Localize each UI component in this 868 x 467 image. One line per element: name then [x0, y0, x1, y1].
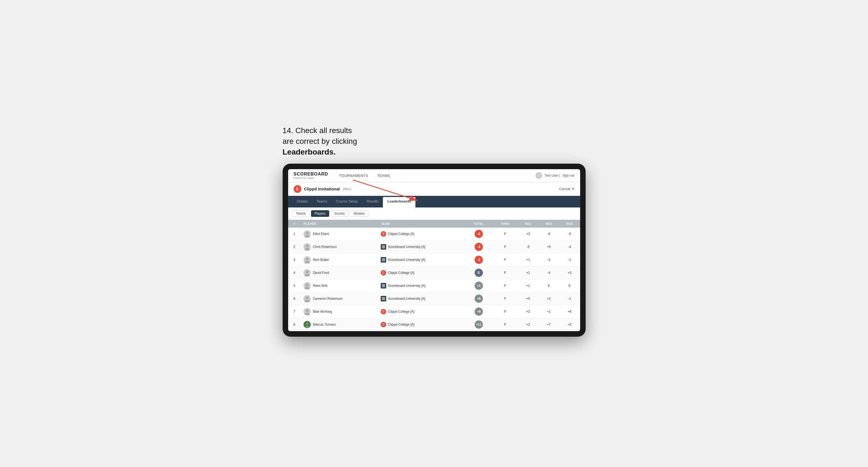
table-row: 5 Rees BrittScoreboard University [A]+1F…: [288, 279, 580, 292]
score-badge: E: [475, 269, 483, 277]
cell-rd2: +1: [538, 305, 559, 318]
score-badge: -4: [475, 243, 483, 251]
instruction-line2: are correct by clicking: [283, 137, 357, 146]
tournament-info: C Clippd Invitational (Men): [293, 185, 351, 193]
cancel-label: Cancel: [559, 187, 570, 191]
score-badge: -8: [475, 230, 483, 238]
score-badge: +1: [475, 282, 483, 290]
filter-teams[interactable]: Teams: [292, 210, 309, 217]
cell-thru: F: [493, 292, 518, 305]
team-logo: [381, 296, 386, 302]
logo-sub: Powered by clippd: [293, 177, 328, 179]
cell-rank: 7: [288, 305, 301, 318]
cell-thru: F: [493, 227, 518, 241]
cell-rd2: -6: [538, 227, 559, 241]
tab-teams[interactable]: Teams: [312, 196, 331, 208]
team-logo: [381, 257, 386, 262]
instruction-line1: 14. Check all results: [283, 126, 352, 135]
cell-player: David Ford: [301, 266, 378, 279]
leaderboard-table: # PLAYER TEAM TOTAL THRU RD1 RD2 RD3 1 E…: [288, 220, 580, 331]
table-row: 8 Marcus TurnersCClippd College [A]+11F+…: [288, 318, 580, 331]
cell-rd1: +2: [518, 305, 538, 318]
score-badge: +9: [475, 308, 483, 316]
cancel-button[interactable]: Cancel ✕: [559, 187, 575, 191]
team-name: Clippd College [A]: [388, 323, 414, 326]
player-avatar: [304, 230, 311, 238]
table-header-row: # PLAYER TEAM TOTAL THRU RD1 RD2 RD3: [288, 220, 580, 227]
tab-nav: Details Teams Course Setup Results Leade…: [288, 196, 580, 208]
cell-thru: F: [493, 279, 518, 292]
cell-rd1: +1: [518, 253, 538, 266]
logo-text: SCOREBOARD: [293, 172, 328, 177]
filter-players[interactable]: Players: [311, 210, 329, 217]
table-row: 6 Cameron RobertsonScoreboard University…: [288, 292, 580, 305]
svg-point-9: [306, 258, 309, 260]
team-logo: C: [381, 309, 386, 314]
player-avatar: [304, 321, 311, 328]
cell-total: +1: [465, 279, 493, 292]
filter-bar: Teams Players Scores Strokes: [288, 208, 580, 220]
cell-rd1: +5: [518, 292, 538, 305]
cell-thru: F: [493, 305, 518, 318]
score-badge: +6: [475, 294, 483, 303]
team-name: Scoreboard University [A]: [388, 297, 425, 301]
tournament-header: C Clippd Invitational (Men) Cancel ✕: [288, 182, 580, 196]
cell-rd1: +2: [518, 318, 538, 331]
team-logo: [381, 244, 386, 250]
logo-area: SCOREBOARD Powered by clippd: [293, 172, 328, 179]
sign-out-link[interactable]: Sign out: [562, 174, 575, 178]
cell-total: +6: [465, 292, 493, 305]
cell-rd3: E: [559, 279, 580, 292]
cell-rank: 3: [288, 253, 301, 266]
tab-course-setup[interactable]: Course Setup: [332, 196, 363, 208]
user-label: Test User |: [544, 174, 560, 178]
cell-rank: 6: [288, 292, 301, 305]
table-row: 4 David FordCClippd College [A]EF+1-4+3: [288, 266, 580, 279]
cell-rd2: +5: [538, 240, 559, 253]
user-avatar: T: [535, 172, 542, 179]
nav-teams[interactable]: TEAMS: [373, 169, 395, 182]
team-name: Scoreboard University [A]: [388, 284, 425, 288]
tab-leaderboards[interactable]: Leaderboards: [383, 197, 415, 208]
cell-team: CClippd College [A]: [378, 266, 465, 279]
team-name: Scoreboard University [A]: [388, 258, 425, 262]
cell-rd3: -1: [559, 253, 580, 266]
tournament-name: Clippd Invitational: [304, 187, 340, 191]
cell-rank: 1: [288, 227, 301, 241]
tab-details[interactable]: Details: [292, 196, 312, 208]
player-avatar: [304, 308, 311, 315]
tab-results[interactable]: Results: [362, 196, 383, 208]
col-rd2: RD2: [538, 220, 559, 227]
table-row: 3 Rich ButlerScoreboard University [A]-2…: [288, 253, 580, 266]
player-avatar: [304, 282, 311, 289]
table-row: 7 Blair McHargCClippd College [A]+9F+2+1…: [288, 305, 580, 318]
cell-team: Scoreboard University [A]: [378, 279, 465, 292]
table-row: 1 Elliot EbertCClippd College [A]-8F+3-6…: [288, 227, 580, 241]
cell-player: Chris Robertson: [301, 240, 378, 253]
team-logo: C: [381, 322, 386, 327]
nav-tournaments[interactable]: TOURNAMENTS: [335, 169, 373, 182]
cancel-icon: ✕: [571, 187, 575, 191]
cell-total: E: [465, 266, 493, 279]
player-avatar: [304, 269, 311, 276]
col-team: TEAM: [378, 220, 465, 227]
cell-rd3: -4: [559, 240, 580, 253]
instruction-bold: Leaderboards.: [283, 148, 336, 156]
svg-point-18: [306, 297, 309, 299]
cell-rd3: -5: [559, 227, 580, 241]
header-right: T Test User | Sign out: [535, 172, 575, 179]
filter-strokes[interactable]: Strokes: [350, 210, 368, 217]
svg-point-21: [306, 309, 309, 312]
player-name: Elliot Ebert: [313, 232, 329, 236]
tournament-logo: C: [293, 185, 301, 193]
cell-total: -2: [465, 253, 493, 266]
cell-player: Elliot Ebert: [301, 227, 378, 241]
team-logo: [381, 283, 386, 288]
app-header: SCOREBOARD Powered by clippd TOURNAMENTS…: [288, 169, 580, 182]
cell-thru: F: [493, 253, 518, 266]
filter-scores[interactable]: Scores: [331, 210, 348, 217]
cell-rd2: E: [538, 279, 559, 292]
cell-rd2: -4: [538, 266, 559, 279]
team-name: Clippd College [A]: [388, 271, 414, 275]
svg-point-6: [306, 245, 309, 247]
